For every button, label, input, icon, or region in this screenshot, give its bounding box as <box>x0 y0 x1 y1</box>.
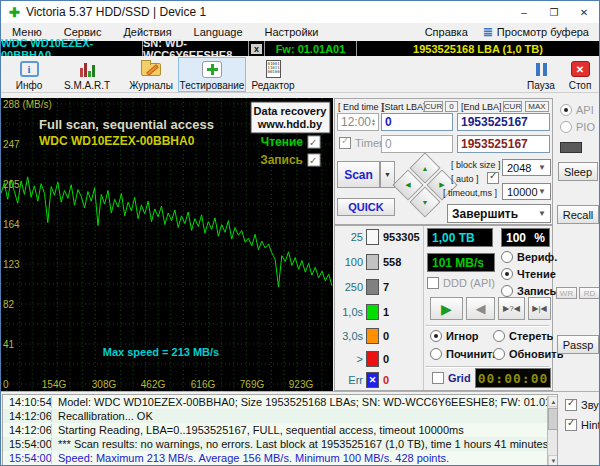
block-swatch-1s <box>366 304 379 320</box>
block-size-dropdown[interactable]: 2048▼ <box>502 159 551 176</box>
jump-icon: ▶|◀ <box>532 304 546 313</box>
scan-button[interactable]: Scan <box>337 161 380 188</box>
end-time-label: [ End time ] <box>338 102 384 112</box>
folder-icon <box>141 63 161 76</box>
x-tick-154g: 154G <box>42 379 67 390</box>
sleep-button[interactable]: Sleep <box>558 162 598 181</box>
read-speed-line <box>1 177 332 287</box>
end-lba-max-button[interactable]: MAX <box>525 101 549 112</box>
action-repair-radio[interactable]: Починить <box>430 348 499 360</box>
hints-checkbox[interactable]: Hints <box>565 419 600 431</box>
pause-button[interactable]: Пауза <box>521 57 561 92</box>
timer-checkbox[interactable]: Timer <box>339 137 383 149</box>
end-lba-input[interactable]: 1953525167 <box>457 113 550 131</box>
start-lba-label: [Start LBA] <box>382 102 426 112</box>
logs-button[interactable]: Журналы <box>125 57 177 92</box>
scroll-up-icon[interactable]: ▲ <box>548 396 558 407</box>
divider <box>423 226 424 390</box>
start-test-button[interactable]: ▶ <box>430 297 463 320</box>
pio-radio[interactable]: PIO <box>560 121 595 133</box>
menu-settings[interactable]: Настройки <box>254 26 330 38</box>
y-tick-164: 164 <box>3 219 20 230</box>
back-button[interactable]: ◀ <box>466 297 495 320</box>
device-info-bar: WDC WD10EZEX-00BBHA0 SN: WD-WCC6Y6EESHE8… <box>1 41 599 56</box>
indicator-button[interactable] <box>560 142 582 153</box>
wr-button[interactable]: WR <box>556 287 577 299</box>
log-row: 14:12:06 Starting Reading, LBA=0..195352… <box>3 423 557 437</box>
start-lba-input[interactable]: 0 <box>381 113 453 131</box>
scroll-down-icon[interactable]: ▼ <box>548 455 558 466</box>
action-ignore-radio[interactable]: Игнор <box>430 330 479 342</box>
timer-value-input[interactable]: 0 <box>381 135 453 153</box>
end-lba-cur-button[interactable]: CUR <box>503 101 522 112</box>
jump-end-button[interactable]: ▶|◀ <box>528 297 551 320</box>
start-lba-zero-button[interactable]: 0 <box>445 101 458 112</box>
seek-pad: ▲ ◀ ▶ ▼ <box>397 157 453 213</box>
sound-checkbox[interactable]: Звук <box>565 399 600 411</box>
scrollbar-thumb[interactable] <box>548 408 558 430</box>
rd-button[interactable]: RD <box>579 287 600 299</box>
start-lba-cur-button[interactable]: CUR <box>424 101 443 112</box>
checkbox-icon <box>565 419 577 431</box>
ddd-api-checkbox[interactable]: DDD (API) <box>427 277 495 289</box>
seek-test-button[interactable]: ▶?◀ <box>498 297 525 320</box>
editor-button[interactable]: 010011101100100 Редактор <box>247 57 299 92</box>
smart-button[interactable]: S.M.A.R.T <box>59 57 115 92</box>
maximize-button[interactable]: ❐ <box>539 1 569 23</box>
log-scrollbar[interactable]: ▲ ▼ <box>547 396 558 466</box>
device-serial: SN: WD-WCC6Y6EESHE8 <box>143 41 249 56</box>
pause-icon <box>536 63 547 76</box>
passport-button[interactable]: Passp <box>557 335 599 354</box>
finish-action-dropdown[interactable]: Завершить▼ <box>447 204 551 223</box>
legend-write-check-icon: ✓ <box>309 155 317 166</box>
error-block-icon: ✕ <box>366 372 379 388</box>
auto-checkbox[interactable] <box>487 172 499 184</box>
y-tick-82: 82 <box>3 299 15 310</box>
quick-button[interactable]: QUICK <box>337 198 395 216</box>
max-speed-annotation: Max speed = 213 MB/s <box>103 346 219 358</box>
action-erase-radio[interactable]: Стереть <box>493 330 553 342</box>
mode-write-radio[interactable]: Запись <box>501 285 556 297</box>
victoria-window: ✚ Victoria 5.37 HDD/SSD | Device 1 – ❐ ✕… <box>0 0 600 466</box>
y-tick-205: 205 <box>3 179 20 190</box>
block-swatch-over <box>366 351 379 367</box>
chevron-down-icon: ▼ <box>538 209 546 218</box>
counter-row-250: 2507 <box>339 278 389 296</box>
legend-read-check-icon: ✓ <box>309 137 317 148</box>
action-refresh-radio[interactable]: Обновить <box>493 348 563 360</box>
timeout-dropdown[interactable]: 10000▼ <box>502 183 551 200</box>
block-swatch-25 <box>366 229 379 245</box>
log-row: 14:10:54 Model: WDC WD10EZEX-00BBHA0; Si… <box>3 395 557 409</box>
device-tab-close[interactable]: x <box>249 41 265 56</box>
window-title: Victoria 5.37 HDD/SSD | Device 1 <box>26 5 206 19</box>
api-radio[interactable]: API <box>560 104 594 116</box>
end-lba-repeat-input[interactable]: 1953525167 <box>457 135 550 153</box>
divider <box>425 325 549 327</box>
log-box: 14:10:54 Model: WDC WD10EZEX-00BBHA0; Si… <box>2 394 558 466</box>
buffer-view-button[interactable]: ≣ Просмотр буфера <box>479 26 599 38</box>
test-cross-icon <box>202 61 222 78</box>
grid-checkbox[interactable]: Grid <box>432 372 471 384</box>
timeout-label: [ timeout,ms ] <box>443 188 497 198</box>
graph-title: Full scan, sequential access <box>39 117 214 132</box>
stop-button[interactable]: ✕ Стоп <box>563 57 597 92</box>
speed-graph: 288 (MB/s) 247 205 164 123 82 41 0 154G … <box>1 98 333 391</box>
progress-lcd: 100% <box>501 228 550 247</box>
menu-help[interactable]: Справка <box>414 26 479 38</box>
side-panel: API PIO Sleep Recall WR RD Passp <box>554 98 600 391</box>
end-lba-label: [End LBA] <box>461 102 502 112</box>
minimize-button[interactable]: – <box>509 1 539 23</box>
y-tick-247: 247 <box>3 139 20 150</box>
mode-verify-radio[interactable]: Вериф. <box>501 251 557 263</box>
mode-read-radio[interactable]: Чтение <box>501 268 556 280</box>
testing-button[interactable]: Тестирование <box>178 57 246 92</box>
play-icon: ▶ <box>441 301 452 317</box>
counter-row-1s: 1,0s1 <box>339 303 389 321</box>
legend-read-label: Чтение <box>261 135 304 149</box>
recall-button[interactable]: Recall <box>557 205 599 224</box>
close-button[interactable]: ✕ <box>569 1 599 23</box>
timer-check-icon <box>339 137 351 149</box>
end-time-spinner[interactable]: 12:00 ▲▼ <box>337 113 379 131</box>
info-button[interactable]: i Инфо <box>5 57 53 92</box>
spinner-arrows-icon[interactable]: ▲▼ <box>371 118 376 126</box>
